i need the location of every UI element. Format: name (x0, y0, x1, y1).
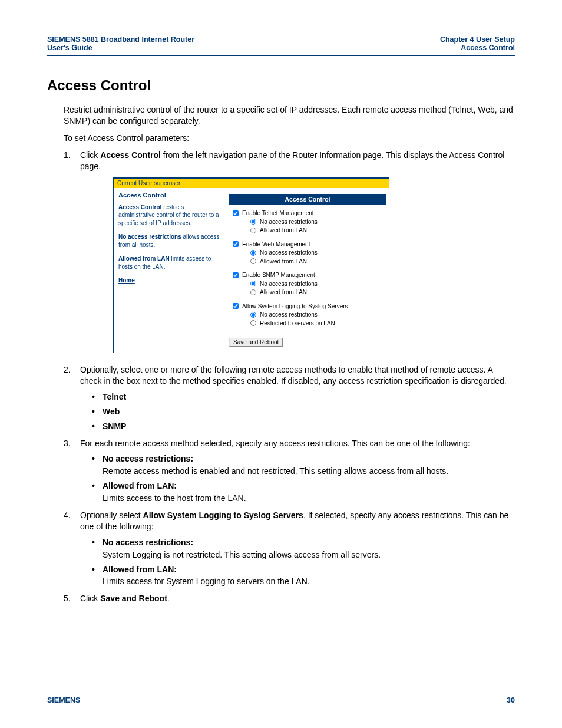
step-1: 1. Click Access Control from the left na… (64, 150, 515, 353)
intro-paragraph-1: Restrict administrative control of the r… (64, 104, 515, 127)
telnet-checkbox[interactable] (233, 210, 239, 216)
syslog-radio-noacc-label: No access restrictions (260, 311, 318, 319)
panel-title: Access Control (229, 194, 386, 205)
telnet-radio-lan[interactable] (250, 228, 256, 233)
step-3-item-noacc: No access restrictions: Remote access me… (92, 453, 515, 477)
term-allowed-lan: Allowed from LAN (118, 255, 170, 262)
group-web: Enable Web Management No access restrict… (229, 241, 386, 266)
step-3-item-lan: Allowed from LAN: Limits access to the h… (92, 480, 515, 504)
step-2-item-telnet: Telnet (92, 391, 515, 403)
snmp-radio-noacc-label: No access restrictions (260, 280, 318, 288)
group-snmp: Enable SNMP Management No access restric… (229, 271, 386, 297)
header-product: SIEMENS 5881 Broadband Internet Router (47, 35, 194, 44)
step-4-item-lan: Allowed from LAN: Limits access for Syst… (92, 564, 515, 588)
page-footer: SIEMENS 30 (47, 691, 515, 704)
current-user-bar: Current User: superuser (114, 179, 389, 188)
step-5: 5. Click Save and Reboot. (64, 593, 515, 604)
term-no-restrictions: No access restrictions (118, 233, 181, 240)
syslog-radio-noacc[interactable] (250, 312, 256, 318)
web-checkbox[interactable] (233, 241, 239, 247)
web-radio-noacc-label: No access restrictions (260, 249, 318, 257)
footer-page-number: 30 (507, 696, 515, 704)
web-label: Enable Web Management (242, 241, 310, 249)
footer-brand: SIEMENS (47, 696, 80, 704)
intro-paragraph-2: To set Access Control parameters: (64, 133, 515, 144)
web-radio-lan-label: Allowed from LAN (260, 258, 307, 266)
snmp-radio-lan[interactable] (250, 289, 256, 295)
step-2-item-snmp: SNMP (92, 421, 515, 432)
access-control-screenshot: Current User: superuser Access Control A… (113, 177, 389, 353)
save-reboot-button[interactable]: Save and Reboot (229, 338, 283, 347)
step-3: 3. For each remote access method selecte… (64, 438, 515, 504)
syslog-radio-lan[interactable] (250, 320, 256, 326)
group-syslog: Allow System Logging to Syslog Servers N… (229, 302, 386, 328)
snmp-label: Enable SNMP Management (242, 271, 315, 279)
page-header: SIEMENS 5881 Broadband Internet Router U… (47, 35, 515, 56)
step-5-bold: Save and Reboot (100, 594, 167, 603)
snmp-checkbox[interactable] (233, 272, 239, 278)
web-radio-noacc[interactable] (250, 250, 256, 256)
term-access-control: Access Control (118, 204, 161, 210)
syslog-checkbox[interactable] (233, 303, 239, 309)
step-2: 2. Optionally, select one or more of the… (64, 364, 515, 431)
telnet-radio-noacc-label: No access restrictions (260, 218, 318, 226)
step-2-item-web: Web (92, 406, 515, 417)
syslog-radio-lan-label: Restricted to servers on LAN (260, 319, 335, 328)
step-4-bold: Allow System Logging to Syslog Servers (143, 510, 303, 520)
step-1-bold: Access Control (100, 150, 161, 160)
header-guide: User's Guide (47, 44, 194, 52)
telnet-radio-lan-label: Allowed from LAN (260, 226, 307, 235)
screenshot-right-pane: Access Control Enable Telnet Management … (226, 188, 389, 353)
telnet-label: Enable Telnet Management (242, 209, 314, 218)
group-telnet: Enable Telnet Management No access restr… (229, 209, 386, 235)
screenshot-left-pane: Access Control Access Control restricts … (114, 188, 226, 291)
screenshot-left-heading: Access Control (118, 191, 221, 200)
step-1-text-pre: Click (80, 150, 100, 160)
header-section: Access Control (440, 44, 515, 52)
syslog-label: Allow System Logging to Syslog Servers (242, 302, 348, 311)
step-4: 4. Optionally select Allow System Loggin… (64, 510, 515, 587)
telnet-radio-noacc[interactable] (250, 219, 256, 225)
snmp-radio-noacc[interactable] (250, 281, 256, 286)
web-radio-lan[interactable] (250, 258, 256, 264)
section-title: Access Control (47, 77, 515, 94)
step-5-text-post: . (167, 594, 170, 603)
step-3-text: For each remote access method selected, … (80, 439, 470, 448)
home-link[interactable]: Home (118, 276, 221, 285)
step-5-text-pre: Click (80, 594, 100, 603)
step-4-text-pre: Optionally select (80, 510, 143, 520)
step-4-item-noacc: No access restrictions: System Logging i… (92, 537, 515, 561)
step-2-text: Optionally, select one or more of the fo… (80, 365, 507, 386)
snmp-radio-lan-label: Allowed from LAN (260, 288, 307, 297)
header-chapter: Chapter 4 User Setup (440, 35, 515, 44)
